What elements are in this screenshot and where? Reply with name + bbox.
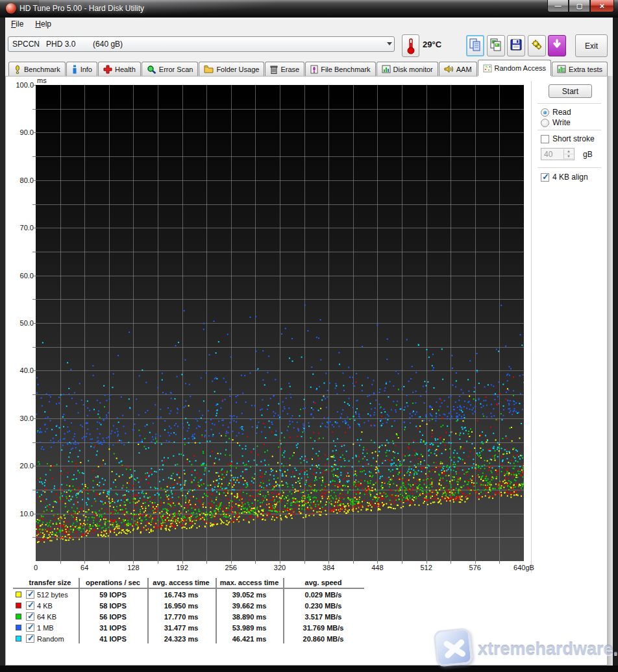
random-access-icon [483,64,492,73]
menu-file[interactable]: File [5,18,29,30]
table-cell-iops: 59 IOPS [99,591,127,599]
transfer-size-label: Random [37,635,64,643]
kb-align-checkbox[interactable] [541,173,549,182]
x-tick [109,561,110,564]
table-header: avg. access time [153,579,209,586]
table-cell-max: 38.890 ms [232,613,267,621]
spinner-arrows[interactable]: ▲▼ [563,149,573,159]
menu-help[interactable]: Help [29,18,57,30]
table-cell-iops: 58 IOPS [99,602,127,610]
download-button[interactable] [548,35,566,56]
series-color-swatch [16,614,21,619]
divider [538,167,601,168]
stroke-unit-label: gB [583,150,593,159]
drive-selector[interactable]: SPCCN PHD 3.0 (640 gB) [8,36,395,52]
table-column-divider [79,578,80,643]
x-tick-label: 320 [274,564,286,571]
tab-erase[interactable]: Erase [265,62,304,76]
options-button[interactable] [528,35,546,56]
start-button[interactable]: Start [549,84,592,98]
temperature-button[interactable] [402,34,419,57]
short-stroke-checkbox[interactable] [541,135,549,143]
series-color-swatch [16,636,21,642]
tab-random-access[interactable]: Random Access [478,60,551,76]
x-tick [158,561,158,564]
table-cell-avg: 17.770 ms [164,613,199,621]
y-tick-label: 50.0 [10,319,34,327]
extra-tests-icon [557,65,566,73]
tab-aam[interactable]: AAM [439,62,477,76]
benchmark-icon [14,65,21,74]
table-cell-speed: 0.029 MB/s [305,591,342,599]
x-tick [451,561,451,564]
close-button[interactable]: ✕ [590,0,614,12]
tab-benchmark[interactable]: Benchmark [8,62,66,76]
x-tick [280,561,280,564]
save-button[interactable] [507,35,525,56]
table-cell-speed: 0.230 MB/s [305,602,342,610]
window-title: HD Tune Pro 5.00 - Hard Disk Utility [19,4,144,13]
table-cell-iops: 31 IOPS [99,624,127,632]
y-tick-label: 40.0 [10,366,34,374]
series-visibility-checkbox[interactable] [26,612,34,621]
series-color-swatch [16,625,21,630]
tab-strip: BenchmarkInfoHealthError ScanFolder Usag… [5,60,613,76]
tab-error-scan[interactable]: Error Scan [142,62,199,76]
copy-image-icon [489,38,502,54]
table-column-divider [216,578,217,643]
x-tick-label: 0 [34,564,38,571]
short-stroke-row[interactable]: Short stroke [541,134,595,143]
write-radio-row[interactable]: Write [541,118,571,127]
x-tick-label: 192 [176,564,188,571]
write-radio[interactable] [541,119,549,127]
copy-image-button[interactable] [487,35,505,56]
read-radio-row[interactable]: Read [541,108,571,117]
app-icon [6,3,16,14]
x-tick [304,561,305,564]
kb-align-row[interactable]: 4 KB align [541,173,588,182]
x-tick-label: 256 [225,564,237,571]
y-tick [32,276,36,276]
stroke-size-value: 40 [544,150,552,159]
y-tick-label: 70.0 [10,224,34,232]
maximize-button[interactable]: ▢ [569,0,590,12]
error-scan-icon [147,65,156,74]
tab-disk-monitor[interactable]: Disk monitor [377,62,438,76]
temperature-value: 29°C [423,40,441,49]
tab-extra-tests[interactable]: Extra tests [552,62,608,76]
divider [538,130,601,130]
random-access-scatter-chart [36,85,524,561]
x-tick [402,561,402,564]
read-label: Read [552,108,571,117]
y-tick [32,252,36,252]
tab-file-benchmark[interactable]: File Benchmark [305,62,375,76]
series-visibility-checkbox[interactable] [26,601,34,610]
x-tick-label: 64 [80,564,88,571]
kb-align-label: 4 KB align [552,173,588,182]
copy-button[interactable] [466,35,484,56]
tab-folder-usage[interactable]: Folder Usage [199,62,264,76]
x-tick-label: 384 [323,564,334,571]
y-tick [32,180,36,181]
stroke-size-spinner[interactable]: 40 ▲▼ [541,148,575,160]
series-visibility-checkbox[interactable] [26,634,34,643]
y-tick [32,299,36,300]
y-tick [32,228,36,228]
series-visibility-checkbox[interactable] [26,590,34,599]
y-tick-label: 80.0 [10,176,34,184]
exit-button[interactable]: Exit [575,34,608,57]
x-tick-label: 576 [469,564,481,571]
write-label: Write [552,118,571,127]
minimize-button[interactable]: — [547,0,569,12]
y-tick [32,132,36,133]
table-column-divider [283,578,284,643]
series-color-swatch [16,592,21,597]
tab-health[interactable]: Health [98,62,141,76]
series-visibility-checkbox[interactable] [26,623,34,632]
transfer-size-label: 512 bytes [37,591,68,599]
disk-monitor-icon [382,65,391,73]
table-cell-speed: 20.860 MB/s [303,635,344,643]
read-radio[interactable] [541,108,549,117]
y-tick [32,514,36,514]
tab-info[interactable]: Info [66,62,97,76]
